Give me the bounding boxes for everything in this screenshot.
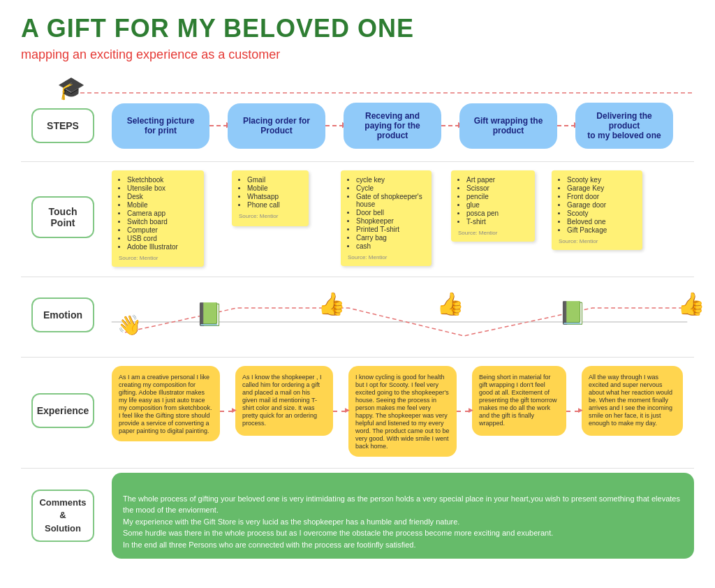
divider-4 [21, 468, 694, 469]
arrow-2-3: ▶ [325, 125, 344, 126]
comments-row: Comments & Solution The whole process of… [21, 473, 694, 559]
divider-1 [21, 161, 694, 162]
comments-box: The whole process of gifting your belove… [112, 473, 694, 559]
tp-note-1: Sketchbook Utensile box Desk Mobile Came… [112, 170, 204, 267]
emotion-content: 📗 👍 👍 📗 👍 👋 [105, 280, 694, 350]
experience-content: As I am a creative personal I like creat… [105, 365, 694, 457]
touchpoint-label-cell: Touch Point [21, 168, 105, 267]
arrow-1-2: ▶ [209, 125, 228, 126]
arrow-3-4: ▶ [441, 125, 459, 126]
emotion-start-hand: 👋 [117, 314, 142, 337]
touchpoint-content: Sketchbook Utensile box Desk Mobile Came… [105, 168, 694, 267]
experience-row: Experience As I am a creative personal I… [21, 360, 694, 457]
emotion-svg [105, 280, 694, 350]
exp-box-1: As I am a creative personal I like creat… [112, 366, 220, 441]
steps-row: STEPS Selecting picture for print ▶ Plac… [21, 103, 694, 149]
emotion-char-5: 👍 [677, 291, 705, 317]
exp-arrow-1: ▶ [220, 411, 233, 412]
exp-arrow-4: ▶ [566, 411, 579, 412]
emotion-char-3: 👍 [436, 291, 464, 317]
divider-3 [21, 357, 694, 358]
step-3: Receving and paying for the product [344, 103, 441, 149]
step-4: Gift wrapping the product [459, 103, 557, 149]
touchpoint-row: Touch Point Sketchbook Utensile box Desk… [21, 168, 694, 267]
spacer-4 [21, 461, 694, 468]
tp-note-5: Scooty key Garage Key Front door Garage … [552, 170, 642, 250]
exp-arrow-3: ▶ [457, 411, 469, 412]
touchpoint-label: Touch Point [31, 196, 94, 238]
exp-box-4: Being short in material for gift wrappin… [472, 366, 566, 436]
emotion-row: Emotion 📗 👍 👍 📗 👍 👋 [21, 280, 694, 350]
step-2: Placing order for Product [228, 103, 325, 149]
steps-content: Selecting picture for print ▶ Placing or… [105, 103, 694, 149]
spacer-2 [21, 271, 694, 277]
emotion-label: Emotion [31, 297, 94, 332]
emotion-char-4: 📗 [559, 300, 587, 326]
exp-arrow-2: ▶ [333, 411, 346, 412]
exp-box-5: All the way through I was excited and su… [582, 366, 683, 436]
emotion-char-2: 👍 [318, 291, 346, 317]
comments-content: The whole process of gifting your belove… [105, 473, 694, 559]
experience-label-cell: Experience [21, 390, 105, 431]
step-1: Selecting picture for print [112, 103, 209, 149]
comments-label: Comments & Solution [31, 490, 94, 542]
tp-note-4: Art paper Scissor pencile glue posca pen… [451, 170, 535, 242]
spacer-1 [21, 153, 694, 161]
divider-2 [21, 277, 694, 277]
tp-note-2: Gmail Mobile Whatsapp Phone call Source:… [232, 170, 309, 226]
exp-box-3: I know cycling is good for health but I … [348, 366, 457, 457]
exp-box-2: As I know the shopkeeper , I called him … [235, 366, 333, 436]
tp-note-3: cycle key Cycle Gate of shopkeeper's hou… [341, 170, 432, 266]
step-5: Delivering the product to my beloved one [575, 103, 673, 149]
arrow-4-5: ▶ [557, 125, 575, 126]
top-connector-svg [80, 86, 695, 100]
emotion-label-cell: Emotion [21, 280, 105, 350]
experience-label: Experience [31, 393, 94, 428]
steps-label: STEPS [31, 108, 94, 143]
page-subtitle: mapping an exciting experience as a cust… [21, 47, 694, 62]
comments-label-cell: Comments & Solution [21, 487, 105, 545]
emotion-char-1: 📗 [196, 301, 223, 328]
page-title: A GIFT FOR MY BELOVED ONE [21, 14, 694, 43]
